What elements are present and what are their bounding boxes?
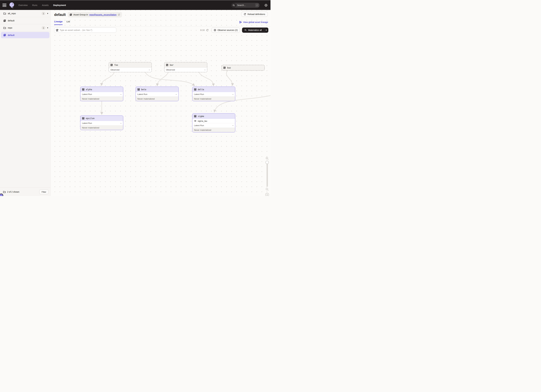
reload-definitions-button[interactable]: Reload definitions [241,12,268,17]
asset-table-icon [137,88,140,91]
lineage-graph-icon [239,21,242,23]
sidebar-item-label: repo [8,27,42,29]
folder-icon [3,12,6,15]
zoom-in-icon[interactable] [265,157,269,160]
asset-group-header: default Asset Group in repo@assets_recon… [51,10,270,26]
asset-group-icon [70,13,72,16]
repo-location-link[interactable]: repo@assets_reconciliation [89,13,116,16]
folder-icon [3,27,6,29]
sidebar-item-repo[interactable]: repo 1 ▼ [0,24,50,31]
asset-count-badge: 1 [42,12,45,15]
settings-gear-icon[interactable] [264,4,268,7]
refresh-icon[interactable] [118,14,120,16]
sparkle-icon [244,29,247,31]
dagster-logo-icon[interactable] [9,2,15,8]
sidebar-item-default-repo-selected[interactable]: default [0,31,50,39]
asset-group-icon [3,34,6,36]
top-navbar: Overview Runs Assets Deployment / [0,0,270,10]
row-label: Latest Run [194,124,204,127]
nav-runs[interactable]: Runs [32,4,37,6]
menu-icon[interactable] [2,4,6,7]
row-label: Latest Run [82,93,92,95]
materialization-status: Never materialized [192,97,235,101]
asset-name: epsilon [86,117,94,120]
asset-node-foo[interactable]: foo Observed – [109,62,152,72]
zoom-slider[interactable] [266,161,268,187]
search-shortcut-badge: / [255,3,259,7]
asset-node-epsilon[interactable]: epsilon Latest Run – Never materialized [80,115,123,130]
code-location-sidebar: alt_repo 1 ▼ default repo 1 ▼ default [0,10,51,196]
sidebar-item-label: default [8,34,48,36]
page-title: default [54,13,66,17]
zoom-out-icon[interactable] [265,188,269,191]
view-global-asset-lineage-link[interactable]: View global asset lineage [239,21,268,23]
shown-count-label: 2 of 2 shown [7,191,39,193]
nav-deployment[interactable]: Deployment [53,4,66,6]
asset-name: foo [114,64,118,66]
asset-table-icon [82,117,84,120]
row-label: Observed [166,69,175,71]
folder-icon [3,191,6,193]
global-search[interactable]: / [231,3,260,8]
refresh-icon [244,13,246,15]
zoom-controls [265,157,269,196]
asset-table-icon [82,88,84,91]
row-value: – [176,93,177,95]
zoom-slider-handle[interactable] [265,161,269,164]
asset-name: bar [170,64,173,66]
op-selector-icon [56,29,58,31]
asset-count-badge: 1 [42,26,45,30]
chevron-down-icon[interactable]: ▼ [47,27,48,29]
observe-icon [214,29,216,31]
download-image-icon[interactable] [265,193,269,196]
main-panel: default Asset Group in repo@assets_recon… [51,10,270,196]
asset-node-sigma[interactable]: sigma sigma_tau Latest Run – Never mater… [192,113,235,132]
group-prefix-label: Asset Group in [73,13,88,16]
asset-subset-filter[interactable] [54,27,116,33]
materialize-all-button[interactable]: Materialize all [242,27,264,33]
row-value: – [120,122,121,124]
materialization-status: Never materialized [80,97,123,101]
sidebar-item-label: default [8,19,48,22]
row-value: – [120,93,121,95]
sidebar-item-alt-repo[interactable]: alt_repo 1 ▼ [0,10,50,17]
asset-node-delta[interactable]: delta Latest Run – Never materialized [192,87,235,101]
lineage-canvas[interactable]: 0:18 Observe sources (2) Mate [51,26,270,196]
search-input[interactable] [236,4,255,6]
row-label: Observed [110,69,120,71]
asset-subset-input[interactable] [60,29,114,31]
logo-sliver [0,193,3,196]
asset-name: alpha [86,88,92,91]
tab-lineage[interactable]: Lineage [54,20,62,25]
asset-name: sigma [198,115,204,117]
materialization-status: Never materialized [192,128,235,132]
sidebar-item-default-altrepo[interactable]: default [0,17,50,24]
source-asset-icon [110,64,113,66]
filter-button[interactable]: Filter [39,190,48,194]
refresh-icon[interactable] [206,29,209,31]
asset-group-pill: Asset Group in repo@assets_reconciliatio… [68,12,122,17]
materialize-dropdown-caret[interactable]: ▼ [264,27,268,33]
chevron-down-icon[interactable]: ▼ [47,13,48,14]
materialization-status: Never materialized [136,97,178,101]
asset-node-alpha[interactable]: alpha Latest Run – Never materialized [80,87,123,101]
check-name: sigma_tau [198,120,207,122]
nav-overview[interactable]: Overview [18,4,27,6]
row-value: – [204,69,205,71]
asset-node-bar[interactable]: bar Observed – [164,62,207,72]
row-value: – [232,93,234,95]
row-value: – [149,69,150,71]
search-icon [231,3,236,8]
refresh-timer: 0:18 [200,29,205,31]
source-asset-icon [223,66,226,69]
asset-node-beta[interactable]: beta Latest Run – Never materialized [135,87,179,101]
asset-check-icon [194,120,197,122]
sidebar-footer: 2 of 2 shown Filter [0,188,50,196]
nav-assets[interactable]: Assets [42,4,49,6]
tab-list[interactable]: List [67,20,70,25]
asset-node-baz[interactable]: baz [222,65,265,71]
row-label: Latest Run [194,93,204,95]
asset-name: beta [141,88,146,91]
observe-sources-button[interactable]: Observe sources (2) [211,27,240,33]
asset-check-row[interactable]: sigma_tau [192,119,235,123]
